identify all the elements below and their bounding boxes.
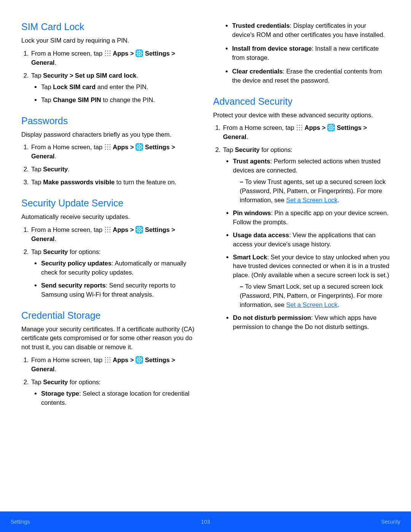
sus-step-1: From a Home screen, tap Apps > Settings …	[30, 225, 198, 244]
sus-step-2: Tap Security for options: Security polic…	[30, 248, 198, 299]
adv-bullet-dnd: Do not disturb permission: View which ap…	[233, 313, 390, 332]
adv-step-1: From a Home screen, tap Apps > Settings …	[222, 123, 390, 142]
sus-bullet-reports: Send security reports: Send security rep…	[41, 281, 198, 299]
footer-page-number: 103	[0, 519, 411, 525]
page-body: SIM Card Lock Lock your SIM card by requ…	[0, 0, 411, 411]
sim-intro: Lock your SIM card by requiring a PIN.	[21, 36, 198, 45]
settings-icon	[327, 124, 335, 131]
pw-step-1: From a Home screen, tap Apps > Settings …	[30, 143, 198, 161]
cred-bullet-storage: Storage type: Select a storage location …	[41, 389, 198, 407]
sim-steps: From a Home screen, tap Apps > Settings …	[21, 49, 198, 105]
sus-intro: Automatically receive security updates.	[21, 212, 198, 222]
cred-step-1: From a Home screen, tap Apps > Settings …	[30, 356, 198, 374]
adv-bullet-smartlock: Smart Lock: Set your device to stay unlo…	[233, 253, 390, 310]
sim-step-2: Tap Security > Set up SIM card lock. Tap…	[30, 71, 198, 105]
settings-icon	[135, 143, 143, 151]
adv-bullet-trust-agents: Trust agents: Perform selected actions w…	[233, 157, 390, 205]
settings-icon	[135, 226, 143, 233]
link-screen-lock-2[interactable]: Set a Screen Lock	[286, 301, 338, 308]
sim-bullet-change: Tap Change SIM PIN to change the PIN.	[41, 96, 198, 105]
sus-bullet-policy: Security policy updates: Automatically o…	[41, 259, 198, 277]
adv-step-2: Tap Security for options: Trust agents: …	[222, 145, 390, 332]
settings-icon	[135, 50, 143, 57]
pw-steps: From a Home screen, tap Apps > Settings …	[21, 143, 198, 187]
heading-sus: Security Update Service	[21, 198, 198, 209]
cred-continued: Trusted credentials: Display certificate…	[213, 21, 390, 85]
sus-steps: From a Home screen, tap Apps > Settings …	[21, 225, 198, 299]
pw-step-2: Tap Security.	[30, 165, 198, 174]
adv-sub-trust: To view Trust agents, set up a secured s…	[240, 177, 390, 205]
cred-bullet-install: Install from device storage: Install a n…	[232, 44, 390, 62]
right-column: Trusted credentials: Display certificate…	[213, 21, 390, 411]
heading-passwords: Passwords	[21, 115, 198, 126]
apps-icon	[104, 226, 111, 233]
cred-bullet-trusted: Trusted credentials: Display certificate…	[232, 21, 390, 40]
heading-advanced: Advanced Security	[213, 96, 390, 107]
settings-icon	[135, 356, 143, 364]
adv-intro: Protect your device with these advanced …	[213, 111, 390, 120]
adv-bullet-usage: Usage data access: View the applications…	[233, 231, 390, 249]
cred-bullet-clear: Clear credentials: Erase the credential …	[232, 67, 390, 85]
page-footer: Settings 103 Security	[0, 511, 411, 532]
cred-steps: From a Home screen, tap Apps > Settings …	[21, 356, 198, 407]
sim-step-1: From a Home screen, tap Apps > Settings …	[30, 49, 198, 67]
cred-step-2: Tap Security for options: Storage type: …	[30, 378, 198, 407]
adv-steps: From a Home screen, tap Apps > Settings …	[213, 123, 390, 331]
pw-intro: Display password characters briefly as y…	[21, 130, 198, 139]
link-screen-lock-1[interactable]: Set a Screen Lock	[286, 197, 338, 203]
pw-step-3: Tap Make passwords visible to turn the f…	[30, 178, 198, 187]
apps-icon	[104, 144, 111, 150]
apps-icon	[296, 124, 303, 131]
heading-credential: Credential Storage	[21, 310, 198, 321]
sim-bullet-lock: Tap Lock SIM card and enter the PIN.	[41, 83, 198, 92]
apps-icon	[104, 50, 111, 57]
apps-icon	[104, 356, 111, 363]
cred-intro: Manage your security certificates. If a …	[21, 325, 198, 352]
adv-sub-smart: To view Smart Lock, set up a secured scr…	[240, 282, 390, 310]
left-column: SIM Card Lock Lock your SIM card by requ…	[21, 21, 198, 411]
adv-bullet-pin: Pin windows: Pin a specific app on your …	[233, 209, 390, 227]
heading-sim: SIM Card Lock	[21, 21, 198, 32]
